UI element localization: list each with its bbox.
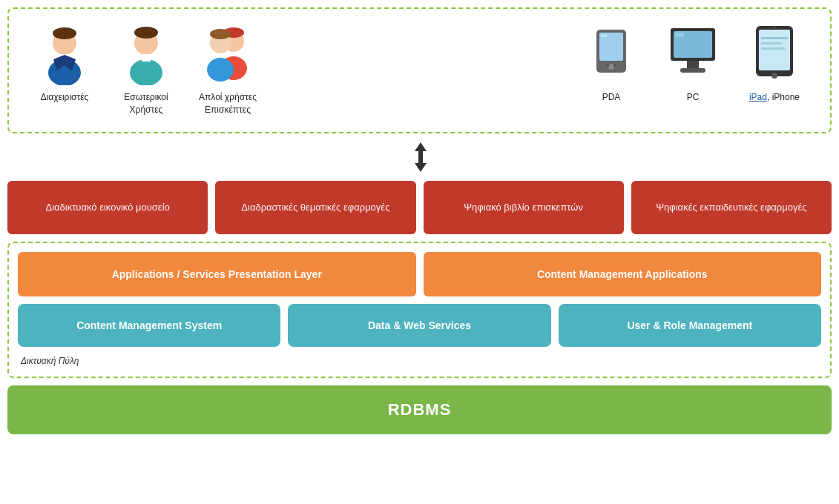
tablet-icon <box>745 20 804 87</box>
user-internal: Εσωτερικοί Χρήστες <box>105 20 187 116</box>
apps-section: Διαδικτυακό εικονικό μουσείο Διαδραστικέ… <box>7 181 832 234</box>
pc-icon <box>663 20 723 87</box>
visitors-label: Απλοί χρήστες Επισκέπτες <box>199 91 257 116</box>
pda-label: PDA <box>602 91 621 104</box>
svg-point-16 <box>210 29 231 39</box>
orange-presentation: Applications / Services Presentation Lay… <box>18 252 416 296</box>
svg-rect-36 <box>418 151 423 165</box>
arrow-section <box>7 141 832 173</box>
svg-rect-29 <box>759 30 790 70</box>
svg-point-2 <box>53 27 76 39</box>
manager-icon <box>35 20 94 87</box>
pc-label: PC <box>687 91 700 104</box>
user-manager: Διαχειριστές <box>24 20 105 104</box>
bidirectional-arrow <box>409 141 431 173</box>
svg-rect-10 <box>142 54 151 62</box>
svg-point-31 <box>774 26 776 28</box>
svg-point-30 <box>771 73 777 79</box>
users-section: Διαχειριστές Εσωτερικοί Χρήστες <box>7 7 832 133</box>
rdbms-label: RDBMS <box>388 400 452 419</box>
svg-rect-34 <box>761 47 785 50</box>
app-interactive: Διαδραστικές θεματικές εφαρμογές <box>215 181 415 234</box>
svg-marker-37 <box>415 163 427 172</box>
svg-point-7 <box>130 59 162 85</box>
visitors-icon <box>198 20 257 87</box>
svg-rect-21 <box>613 64 616 67</box>
teal-dws: Data & Web Services <box>288 304 550 347</box>
svg-rect-25 <box>687 61 699 68</box>
teal-layer: Content Management System Data & Web Ser… <box>18 304 821 347</box>
tablet-label: iPad, iPhone <box>749 91 800 104</box>
framework-section: Applications / Services Presentation Lay… <box>7 242 832 378</box>
svg-rect-22 <box>601 34 607 37</box>
svg-marker-35 <box>415 142 427 151</box>
manager-label: Διαχειριστές <box>41 91 89 104</box>
svg-rect-26 <box>680 68 705 73</box>
app-guestbook: Ψηφιακό βιβλίο επισκεπτών <box>424 181 624 234</box>
user-pda: PDA <box>570 20 652 104</box>
svg-point-9 <box>134 27 158 39</box>
internal-label: Εσωτερικοί Χρήστες <box>124 91 168 116</box>
svg-rect-32 <box>761 37 788 39</box>
pda-icon <box>582 20 641 87</box>
teal-urm: User & Role Management <box>559 304 821 347</box>
orange-cma: Content Management Applications <box>424 252 822 296</box>
user-pc: PC <box>652 20 734 104</box>
user-visitors: Απλοί χρήστες Επισκέπτες <box>187 20 269 116</box>
svg-point-19 <box>608 64 614 70</box>
app-museum: Διαδικτυακό εικονικό μουσείο <box>7 181 208 234</box>
svg-rect-27 <box>675 33 684 37</box>
rdbms-section: RDBMS <box>7 385 832 434</box>
internal-icon <box>116 20 176 87</box>
framework-footer-label: Δικτυακή Πύλη <box>18 354 821 368</box>
user-tablet: iPad, iPhone <box>734 20 815 104</box>
app-educational: Ψηφιακές εκπαιδευτικές εφαρμογές <box>631 181 832 234</box>
orange-layer: Applications / Services Presentation Lay… <box>18 252 821 296</box>
svg-rect-20 <box>606 64 609 67</box>
teal-cms: Content Management System <box>18 304 280 347</box>
svg-point-14 <box>207 58 234 82</box>
svg-rect-33 <box>761 42 782 44</box>
main-diagram: Διαχειριστές Εσωτερικοί Χρήστες <box>7 7 832 434</box>
